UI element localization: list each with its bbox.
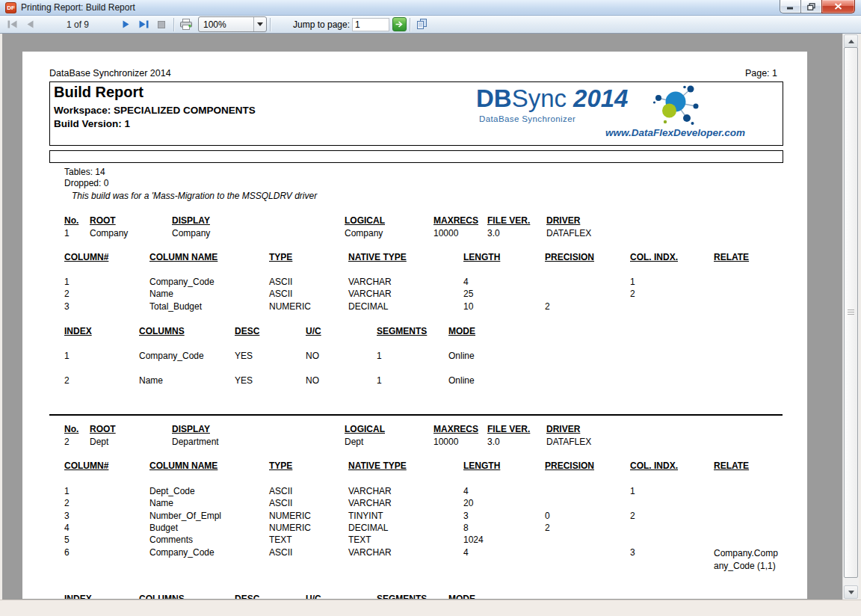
column-header: DESC	[235, 326, 259, 336]
cell: Company.Company_Code (1,1)	[714, 547, 780, 572]
arrow-down-icon	[848, 591, 854, 594]
column-header: U/C	[306, 326, 321, 336]
cell: 2	[64, 289, 70, 299]
previous-page-button[interactable]	[21, 16, 39, 32]
report-title: Build Report	[54, 84, 144, 101]
table-row: 2 Dept Department Dept 10000 3.0 DATAFLE…	[49, 437, 783, 449]
close-button[interactable]	[821, 0, 855, 13]
cell: 1	[64, 486, 70, 496]
column-header: U/C	[306, 594, 321, 599]
status-bar	[0, 600, 861, 616]
workspace-line: Workspace: SPECIALIZED COMPONENTS	[54, 105, 256, 116]
cell: ASCII	[269, 289, 292, 299]
cell: 20	[463, 498, 473, 508]
column-header: NATIVE TYPE	[348, 252, 407, 262]
logo-sync-text: Sync	[512, 84, 567, 112]
website-link: www.DataFlexDeveloper.com	[605, 127, 745, 138]
stop-button[interactable]	[152, 16, 170, 32]
column-header: No.	[64, 424, 78, 434]
arrow-up-icon	[848, 40, 854, 43]
cell: 1	[377, 375, 382, 386]
spacer-box	[49, 150, 783, 163]
cell: 3	[64, 511, 70, 521]
toolbar: 1 of 9 100% Jump to page:	[0, 16, 861, 34]
column-header: MODE	[448, 594, 475, 599]
cell: Dept	[345, 437, 363, 447]
cell: NO	[306, 375, 319, 386]
table-row: 3 Number_Of_Empl NUMERIC TINYINT 3 0 2	[49, 511, 783, 523]
column-header: COLUMN#	[64, 252, 108, 262]
cell: 2	[64, 375, 70, 386]
index-header-row: INDEX COLUMNS DESC U/C SEGMENTS MODE	[49, 326, 783, 338]
vertical-scrollbar[interactable]	[842, 34, 859, 600]
toolbar-separator	[410, 18, 410, 31]
cell: 1	[630, 486, 635, 496]
cell: Name	[149, 498, 173, 508]
column-header: TYPE	[269, 252, 292, 262]
report-header-box: Build Report Workspace: SPECIALIZED COMP…	[49, 81, 783, 146]
column-header: SEGMENTS	[377, 326, 427, 336]
cell: DECIMAL	[348, 301, 388, 312]
column-header: COLUMNS	[139, 594, 185, 599]
cell: 2	[630, 511, 635, 521]
last-page-button[interactable]	[135, 16, 152, 32]
cell: Company	[172, 228, 210, 238]
table-row: 1 Dept_Code ASCII VARCHAR 4 1	[49, 486, 783, 498]
tables-count-line: Tables: 14	[64, 167, 105, 177]
cell: 1	[377, 351, 382, 361]
dropped-count-line: Dropped: 0	[64, 178, 108, 188]
table-row: 1 Company Company Company 10000 3.0 DATA…	[49, 228, 783, 240]
print-button[interactable]	[177, 16, 195, 32]
zoom-dropdown-button[interactable]	[253, 17, 266, 31]
cell: TEXT	[348, 535, 371, 545]
cell: Name	[139, 375, 163, 386]
cell: DECIMAL	[348, 523, 388, 533]
minimize-button[interactable]	[780, 0, 801, 13]
copy-button[interactable]	[413, 16, 431, 32]
next-page-button[interactable]	[117, 16, 135, 32]
printer-icon	[179, 19, 193, 31]
cell: Number_Of_Empl	[149, 511, 221, 521]
scrollbar-thumb[interactable]	[844, 47, 858, 578]
title-bar: DF Printing Report: Build Report	[0, 0, 861, 16]
column-header: DRIVER	[546, 424, 580, 434]
column-header: ROOT	[90, 215, 116, 226]
cell: Company_Code	[149, 277, 215, 287]
cell: 2	[64, 437, 70, 447]
stop-icon	[158, 21, 165, 28]
jump-page-input[interactable]	[352, 18, 389, 31]
cell: 1	[64, 351, 70, 361]
cell: 3	[64, 301, 70, 312]
column-header: DESC	[235, 594, 259, 599]
restore-button[interactable]	[801, 0, 821, 13]
go-button[interactable]	[392, 17, 407, 31]
cell: VARCHAR	[348, 277, 392, 287]
minimize-icon	[787, 3, 794, 10]
logo-db-text: DB	[476, 84, 512, 112]
cell: 10000	[433, 437, 458, 447]
first-page-button[interactable]	[3, 16, 21, 32]
cell: 2	[64, 498, 70, 508]
section-divider	[49, 414, 783, 416]
zoom-dropdown[interactable]: 100%	[198, 16, 267, 32]
copy-icon	[416, 19, 428, 30]
cell: Department	[172, 437, 219, 447]
scroll-down-button[interactable]	[844, 585, 858, 599]
column-header: MAXRECS	[433, 424, 478, 434]
cell: TINYINT	[348, 511, 383, 521]
cell: ASCII	[269, 486, 292, 496]
column-header: TYPE	[269, 461, 292, 471]
scroll-up-button[interactable]	[844, 34, 858, 48]
cell: Comments	[149, 535, 193, 545]
report-app-line: DataBase Synchronizer 2014	[49, 68, 171, 78]
toolbar-separator	[270, 18, 271, 31]
cell: 10000	[433, 228, 458, 238]
column-header: COLUMN NAME	[149, 461, 217, 471]
cell: ASCII	[269, 498, 292, 508]
cell: NUMERIC	[269, 511, 311, 521]
column-header: LENGTH	[463, 461, 500, 471]
thumb-grip	[848, 309, 854, 315]
window-controls	[780, 0, 855, 13]
report-page-number: Page: 1	[745, 68, 777, 78]
column-header: FILE VER.	[487, 424, 530, 434]
